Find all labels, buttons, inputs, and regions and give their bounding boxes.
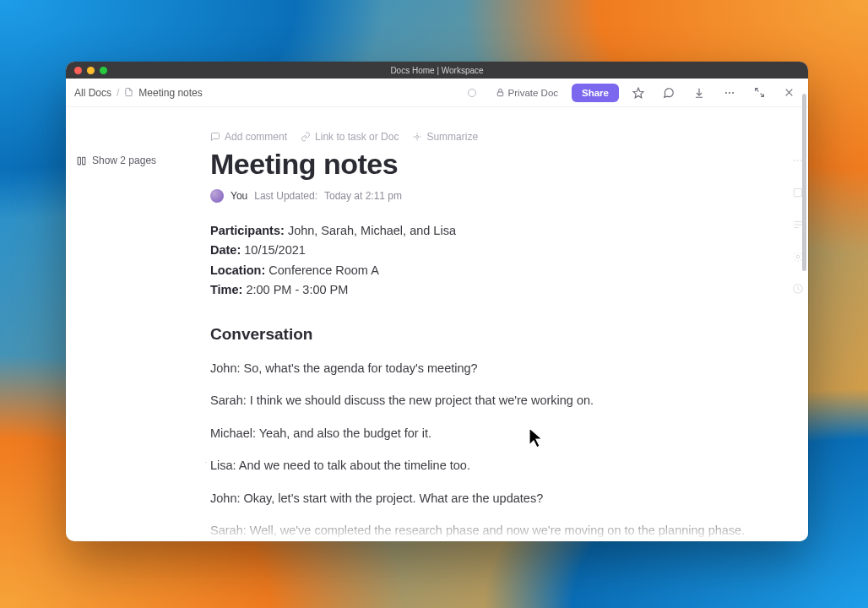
collapse-button[interactable] [749,84,770,101]
convo-line: Michael: Yeah, and also the budget for i… [210,424,805,442]
download-button[interactable] [688,84,710,102]
chat-icon [663,87,675,99]
link-icon [301,132,311,142]
doc-toolbar: All Docs / Meeting notes Private Doc Sha… [66,79,808,107]
svg-point-20 [796,255,800,258]
left-sidebar: Show 2 pages [66,107,205,541]
convo-line: Sarah: I think we should discuss the new… [210,391,805,410]
participants-value: John, Sarah, Michael, and Lisa [288,224,456,237]
window-close-button[interactable] [74,67,82,74]
meta-block[interactable]: Participants: John, Sarah, Michael, and … [210,221,805,300]
updated-label: Last Updated: [254,190,317,202]
date-label: Date: [210,243,241,257]
svg-point-12 [416,136,419,138]
svg-point-5 [732,91,734,93]
collapse-icon [754,87,765,98]
svg-point-14 [797,160,799,161]
app-window: Docs Home | Workspace All Docs / Meeting… [66,62,808,541]
convo-line: Lisa: And we need to talk about the time… [210,456,805,475]
breadcrumb-current[interactable]: Meeting notes [138,87,202,99]
share-button[interactable]: Share [572,84,619,102]
comment-icon [210,132,220,142]
breadcrumb: All Docs / Meeting notes [74,87,203,99]
more-button[interactable] [719,84,741,102]
author-label: You [231,190,247,202]
sync-status-icon[interactable] [462,84,482,101]
svg-rect-1 [497,92,502,96]
svg-rect-10 [78,157,80,165]
comments-button[interactable] [658,84,680,102]
svg-line-7 [761,94,764,97]
svg-marker-2 [633,88,643,98]
svg-point-4 [729,91,730,93]
star-icon [632,87,644,99]
summarize-action[interactable]: Summarize [412,131,478,143]
avatar[interactable] [210,189,224,203]
updated-value: Today at 2:11 pm [324,190,402,202]
breadcrumb-root[interactable]: All Docs [74,87,111,99]
doc-quick-actions: Add comment Link to task or Doc [210,131,805,143]
privacy-label: Private Doc [508,88,558,98]
link-task-label: Link to task or Doc [315,131,399,143]
add-comment-label: Add comment [225,131,287,143]
time-label: Time: [210,283,242,296]
favorite-button[interactable] [627,84,649,102]
toolbar-right: Private Doc Share [462,84,800,102]
privacy-button[interactable]: Private Doc [491,84,563,101]
svg-rect-11 [83,157,85,165]
traffic-lights [66,67,107,74]
conversation-block[interactable]: John: So, what's the agenda for today's … [210,359,805,541]
window-zoom-button[interactable] [100,67,107,74]
sparkle-icon [412,132,422,142]
download-icon [693,87,705,99]
convo-line: John: So, what's the agenda for today's … [210,359,805,377]
window-minimize-button[interactable] [87,67,95,74]
body-area: Show 2 pages Add comment [66,107,808,541]
page-title[interactable]: Meeting notes [210,148,805,181]
location-label: Location: [210,263,265,277]
link-task-action[interactable]: Link to task or Doc [301,131,399,143]
summarize-label: Summarize [426,131,478,143]
insert-block-button[interactable]: + [205,456,209,469]
lock-icon [496,88,505,97]
document-area: Add comment Link to task or Doc [205,107,808,541]
scrollbar[interactable] [802,90,806,535]
breadcrumb-separator: / [117,87,119,99]
window-titlebar: Docs Home | Workspace [66,62,808,79]
show-pages-label: Show 2 pages [92,155,156,166]
svg-point-0 [468,89,475,96]
doc-icon [124,87,133,99]
section-heading[interactable]: Conversation [210,325,805,344]
pages-icon [76,155,87,166]
svg-line-6 [756,89,759,92]
convo-line: John: Okay, let's start with the project… [210,489,805,508]
convo-line: Sarah: Well, we've completed the researc… [210,521,805,540]
doc-byline: You Last Updated: Today at 2:11 pm [210,189,805,203]
ellipsis-icon [724,87,735,99]
svg-rect-16 [794,188,801,196]
window-title: Docs Home | Workspace [66,66,808,75]
show-pages-toggle[interactable]: Show 2 pages [74,151,197,170]
add-comment-action[interactable]: Add comment [210,131,287,143]
time-value: 2:00 PM - 3:00 PM [246,283,348,296]
svg-point-13 [794,160,795,161]
participants-label: Participants: [210,224,285,237]
svg-point-3 [725,91,727,93]
date-value: 10/15/2021 [244,243,306,257]
scrollbar-thumb[interactable] [802,94,806,271]
close-icon [784,87,795,98]
location-value: Conference Room A [269,263,379,277]
close-doc-button[interactable] [778,84,800,101]
